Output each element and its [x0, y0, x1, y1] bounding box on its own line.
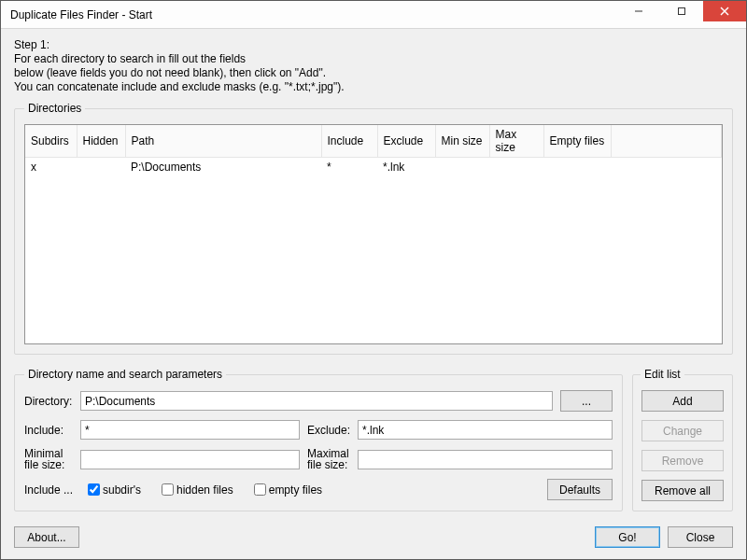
minsize-input[interactable] — [80, 450, 300, 469]
cell-include: * — [321, 158, 377, 177]
svg-rect-1 — [679, 7, 685, 14]
go-button[interactable]: Go! — [595, 526, 660, 548]
maxsize-input[interactable] — [358, 450, 613, 469]
remove-button[interactable]: Remove — [641, 450, 724, 471]
directory-label: Directory: — [24, 395, 73, 408]
defaults-button[interactable]: Defaults — [547, 479, 613, 500]
directories-table[interactable]: Subdirs Hidden Path Include Exclude Min … — [24, 124, 723, 344]
col-hidden[interactable]: Hidden — [77, 125, 125, 158]
change-button[interactable]: Change — [641, 420, 724, 441]
exclude-input[interactable] — [358, 420, 613, 440]
cell-maxsize — [489, 158, 543, 177]
hidden-text: hidden files — [176, 483, 233, 497]
minimize-icon — [634, 7, 643, 16]
close-button[interactable]: Close — [668, 526, 733, 548]
client-area: Step 1: For each directory to search in … — [1, 29, 746, 559]
params-group: Directory name and search parameters Dir… — [14, 368, 623, 511]
minsize-label: Minimal file size: — [24, 448, 73, 470]
table-row[interactable]: x P:\Documents * *.lnk — [25, 158, 722, 177]
empty-checkbox-label[interactable]: empty files — [254, 483, 322, 497]
directories-legend: Directories — [24, 102, 85, 115]
col-include[interactable]: Include — [321, 125, 377, 158]
instructions-line: You can concatenate include and exclude … — [14, 80, 733, 94]
cell-empty — [543, 158, 611, 177]
col-minsize[interactable]: Min size — [435, 125, 489, 158]
col-rest — [611, 125, 722, 158]
directory-input[interactable] — [80, 391, 553, 411]
maximize-button[interactable] — [660, 1, 703, 21]
remove-all-button[interactable]: Remove all — [641, 480, 724, 501]
include-opts-label: Include ... — [24, 483, 80, 497]
hidden-checkbox[interactable] — [162, 483, 174, 496]
minimize-button[interactable] — [617, 1, 660, 21]
subdirs-text: subdir's — [103, 483, 141, 497]
table-header: Subdirs Hidden Path Include Exclude Min … — [25, 125, 722, 158]
include-input[interactable] — [80, 420, 300, 440]
params-legend: Directory name and search parameters — [24, 368, 226, 381]
cell-hidden — [77, 158, 125, 177]
col-path[interactable]: Path — [125, 125, 321, 158]
close-window-button[interactable] — [703, 1, 746, 21]
cell-exclude: *.lnk — [377, 158, 435, 177]
col-subdirs[interactable]: Subdirs — [25, 125, 77, 158]
cell-subdirs: x — [25, 158, 77, 177]
subdirs-checkbox[interactable] — [88, 483, 100, 496]
mid-row: Directory name and search parameters Dir… — [14, 368, 733, 511]
add-button[interactable]: Add — [641, 390, 724, 412]
footer-bar: About... Go! Close — [14, 526, 733, 548]
maximize-icon — [677, 7, 686, 16]
include-label: Include: — [24, 424, 73, 437]
instructions-line: Step 1: — [14, 38, 733, 52]
close-icon — [720, 7, 729, 16]
subdirs-checkbox-label[interactable]: subdir's — [88, 483, 141, 497]
instructions-line: For each directory to search in fill out… — [14, 52, 733, 66]
window-title: Duplicate Files Finder - Start — [10, 8, 617, 21]
col-maxsize[interactable]: Max size — [489, 125, 543, 158]
browse-button[interactable]: ... — [560, 390, 613, 412]
col-empty[interactable]: Empty files — [543, 125, 611, 158]
empty-checkbox[interactable] — [254, 483, 266, 496]
app-window: Duplicate Files Finder - Start Step 1: F… — [0, 0, 747, 560]
maxsize-label: Maximal file size: — [307, 448, 350, 470]
empty-text: empty files — [269, 483, 322, 497]
editlist-group: Edit list Add Change Remove Remove all — [632, 368, 733, 511]
cell-minsize — [435, 158, 489, 177]
col-exclude[interactable]: Exclude — [377, 125, 435, 158]
cell-path: P:\Documents — [125, 158, 321, 177]
directories-group: Directories Subdirs Hidden Path Include — [14, 102, 733, 355]
hidden-checkbox-label[interactable]: hidden files — [162, 483, 233, 497]
titlebar: Duplicate Files Finder - Start — [1, 1, 746, 29]
instructions: Step 1: For each directory to search in … — [14, 38, 733, 94]
about-button[interactable]: About... — [14, 526, 79, 548]
exclude-label: Exclude: — [307, 424, 350, 437]
instructions-line: below (leave fields you do not need blan… — [14, 66, 733, 80]
editlist-legend: Edit list — [641, 368, 684, 381]
